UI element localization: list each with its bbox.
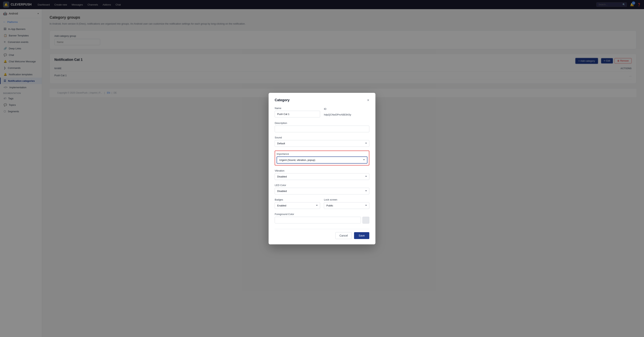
foreground-color-label: Foreground Color xyxy=(275,213,369,216)
foreground-color-group: Foreground Color xyxy=(275,213,369,224)
importance-select[interactable]: Urgent (Sound, vibration, popup) High Me… xyxy=(276,156,368,164)
importance-group: Importance Urgent (Sound, vibration, pop… xyxy=(275,151,369,165)
color-swatch[interactable] xyxy=(362,217,369,224)
led-color-select[interactable]: Disabled Red Green Blue White xyxy=(275,188,369,194)
name-label: Name xyxy=(275,107,320,110)
lock-screen-label: Lock screen xyxy=(324,198,369,201)
badges-lockscreen-row: Badges Enabled Disabled Lock screen Publ… xyxy=(275,198,369,209)
sound-label: Sound xyxy=(275,136,369,139)
vibration-label: Vibration xyxy=(275,169,369,172)
id-label: ID xyxy=(324,107,369,110)
category-modal: Category × Name ID hdpQCNwDPmABE843y Des… xyxy=(268,93,376,244)
badges-select[interactable]: Enabled Disabled xyxy=(275,202,320,209)
name-group: Name xyxy=(275,107,320,118)
vibration-select[interactable]: Disabled Enabled xyxy=(275,173,369,180)
lock-screen-select[interactable]: Public Private Secret xyxy=(324,202,369,209)
importance-label: Importance xyxy=(276,152,368,155)
color-input-wrap xyxy=(275,217,369,224)
led-color-label: LED Color xyxy=(275,184,369,187)
cancel-button[interactable]: Cancel xyxy=(335,232,352,239)
description-label: Description xyxy=(275,122,369,124)
description-input[interactable] xyxy=(275,126,369,132)
sound-group: Sound Default None Custom xyxy=(275,136,369,147)
vibration-group: Vibration Disabled Enabled xyxy=(275,169,369,180)
foreground-color-input[interactable] xyxy=(275,217,361,223)
id-group: ID hdpQCNwDPmABE843y xyxy=(324,107,369,118)
lock-screen-group: Lock screen Public Private Secret xyxy=(324,198,369,209)
modal-overlay: Category × Name ID hdpQCNwDPmABE843y Des… xyxy=(0,0,644,337)
description-group: Description xyxy=(275,122,369,132)
badges-label: Badges xyxy=(275,198,320,201)
name-input[interactable] xyxy=(275,111,320,117)
modal-close-button[interactable]: × xyxy=(367,98,369,102)
led-color-group: LED Color Disabled Red Green Blue White xyxy=(275,184,369,194)
badges-group: Badges Enabled Disabled xyxy=(275,198,320,209)
modal-footer: Cancel Save xyxy=(275,229,369,239)
modal-header: Category × xyxy=(275,98,369,102)
modal-title: Category xyxy=(275,98,290,102)
name-id-row: Name ID hdpQCNwDPmABE843y xyxy=(275,107,369,118)
save-button[interactable]: Save xyxy=(354,232,369,239)
sound-select[interactable]: Default None Custom xyxy=(275,140,369,147)
id-value: hdpQCNwDPmABE843y xyxy=(324,111,369,118)
